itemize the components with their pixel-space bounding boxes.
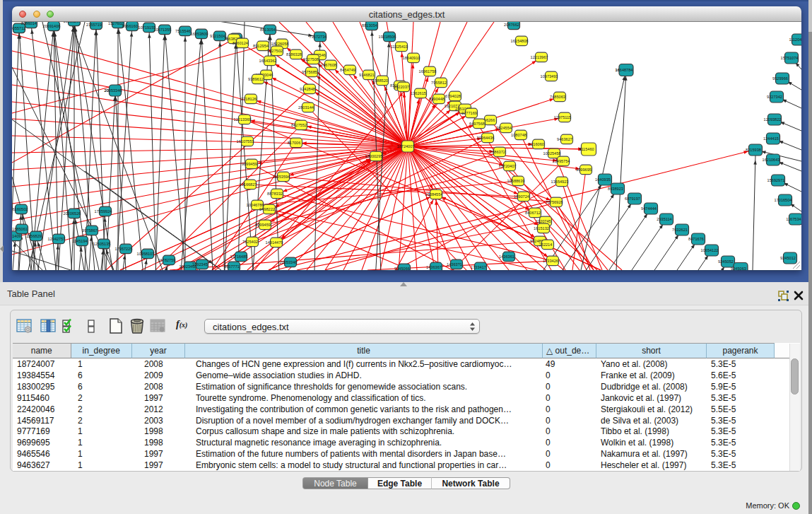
svg-text:19384554: 19384554 [425, 192, 443, 197]
svg-text:73572734: 73572734 [310, 35, 327, 39]
svg-text:12975115: 12975115 [554, 115, 571, 119]
svg-text:1527602: 1527602 [108, 22, 124, 25]
svg-text:3822037: 3822037 [394, 85, 409, 89]
svg-text:8938923: 8938923 [608, 187, 623, 191]
svg-text:9227342: 9227342 [767, 95, 782, 99]
svg-text:10973493: 10973493 [541, 74, 558, 78]
svg-text:8186328: 8186328 [286, 52, 302, 57]
svg-text:3824554: 3824554 [496, 126, 512, 130]
svg-text:8471676: 8471676 [688, 237, 704, 241]
svg-text:18640910: 18640910 [403, 56, 420, 60]
svg-text:16961758: 16961758 [419, 69, 437, 74]
svg-text:9245063: 9245063 [731, 267, 746, 270]
svg-text:9474444: 9474444 [641, 206, 657, 211]
svg-text:9529966: 9529966 [772, 76, 788, 81]
svg-text:1436361: 1436361 [499, 255, 514, 259]
svg-text:18226058: 18226058 [271, 42, 289, 46]
svg-text:20691406: 20691406 [43, 24, 61, 28]
svg-text:7886372: 7886372 [490, 150, 505, 154]
svg-text:1615132: 1615132 [534, 226, 549, 230]
svg-text:8912954: 8912954 [253, 44, 269, 48]
svg-text:8878332: 8878332 [267, 192, 283, 196]
svg-text:10654122: 10654122 [701, 248, 719, 252]
svg-text:252214: 252214 [539, 243, 553, 247]
svg-text:9777169: 9777169 [461, 111, 477, 115]
svg-text:1167534: 1167534 [786, 217, 801, 221]
svg-text:7485063: 7485063 [550, 95, 565, 99]
svg-text:16154808: 16154808 [511, 39, 529, 43]
svg-text:3911409: 3911409 [12, 234, 21, 238]
svg-text:6966160: 6966160 [122, 24, 138, 28]
svg-text:10671355: 10671355 [154, 28, 172, 32]
svg-text:2087662: 2087662 [504, 23, 519, 27]
svg-text:14055712: 14055712 [12, 26, 25, 30]
svg-text:20364436: 20364436 [477, 136, 495, 140]
svg-text:1890724: 1890724 [514, 194, 529, 199]
svg-text:16107553: 16107553 [237, 139, 254, 144]
svg-text:10688639: 10688639 [507, 179, 525, 183]
svg-text:11353594: 11353594 [273, 175, 290, 179]
svg-text:10653267: 10653267 [64, 22, 81, 23]
svg-text:9146821: 9146821 [359, 73, 375, 77]
svg-text:14363?1: 14363?1 [447, 262, 462, 267]
svg-text:1733417: 1733417 [471, 265, 486, 269]
svg-text:20053346: 20053346 [280, 260, 298, 264]
svg-text:8990448: 8990448 [429, 97, 445, 101]
svg-text:6216060: 6216060 [529, 142, 544, 146]
svg-text:9245012: 9245012 [780, 256, 796, 260]
svg-text:7955812: 7955812 [431, 81, 447, 85]
svg-text:7625402: 7625402 [242, 240, 258, 244]
svg-text:9975867: 9975867 [82, 228, 98, 233]
svg-text:15692971: 15692971 [767, 178, 785, 182]
svg-text:16853809: 16853809 [191, 32, 208, 36]
svg-text:7515546: 7515546 [175, 29, 191, 33]
svg-text:1588520: 1588520 [372, 78, 388, 83]
svg-text:1640935: 1640935 [595, 177, 611, 182]
svg-text:10025458: 10025458 [543, 151, 561, 156]
svg-text:9242848: 9242848 [300, 87, 315, 91]
svg-text:19166827: 19166827 [240, 182, 257, 187]
svg-text:15751074: 15751074 [781, 56, 799, 60]
svg-text:17359924: 17359924 [95, 209, 112, 214]
svg-text:8215938: 8215938 [746, 148, 761, 152]
svg-text:8813054: 8813054 [260, 28, 276, 32]
svg-text:8427552: 8427552 [291, 123, 307, 127]
svg-text:6794028: 6794028 [445, 94, 461, 98]
svg-text:70756928: 70756928 [546, 200, 563, 204]
svg-text:6879197: 6879197 [625, 197, 640, 201]
svg-text:1092345: 1092345 [192, 262, 208, 267]
svg-text:9245066: 9245066 [394, 267, 410, 270]
svg-text:9657771: 9657771 [224, 264, 240, 269]
svg-text:12213967: 12213967 [531, 55, 548, 59]
svg-text:15720407: 15720407 [499, 164, 517, 168]
svg-text:8986014: 8986014 [21, 22, 37, 25]
svg-text:9463627: 9463627 [557, 137, 572, 141]
svg-text:17957225: 17957225 [115, 247, 133, 251]
svg-text:9575685: 9575685 [302, 70, 317, 74]
svg-text:12942757: 12942757 [48, 237, 66, 241]
svg-text:1244415: 1244415 [763, 136, 779, 141]
svg-text:20206526: 20206526 [64, 211, 81, 216]
svg-text:18300295: 18300295 [365, 154, 383, 158]
svg-text:9099459: 9099459 [242, 162, 257, 166]
svg-text:19218506: 19218506 [379, 35, 396, 39]
svg-text:1436367: 1436367 [426, 265, 442, 269]
svg-text:9389612: 9389612 [248, 77, 264, 81]
svg-text:1156829: 1156829 [26, 234, 41, 238]
svg-text:9327508: 9327508 [303, 57, 319, 62]
svg-text:9327502: 9327502 [267, 49, 283, 53]
svg-text:8454749: 8454749 [340, 68, 355, 72]
svg-text:11325419: 11325419 [391, 45, 408, 49]
svg-text:1120745: 1120745 [536, 219, 551, 223]
svg-text:8813054: 8813054 [362, 23, 377, 28]
svg-text:2718126: 2718126 [241, 97, 257, 101]
svg-text:14914479: 14914479 [266, 240, 283, 245]
svg-text:6497568: 6497568 [469, 122, 485, 126]
svg-text:7632621: 7632621 [672, 228, 688, 232]
svg-text:12505135: 12505135 [93, 242, 111, 246]
svg-text:2935114: 2935114 [657, 217, 671, 221]
svg-text:15716485: 15716485 [230, 255, 248, 259]
svg-text:16210643: 16210643 [763, 158, 780, 162]
svg-text:1733426: 1733426 [543, 259, 558, 263]
svg-text:9115460: 9115460 [579, 147, 594, 151]
